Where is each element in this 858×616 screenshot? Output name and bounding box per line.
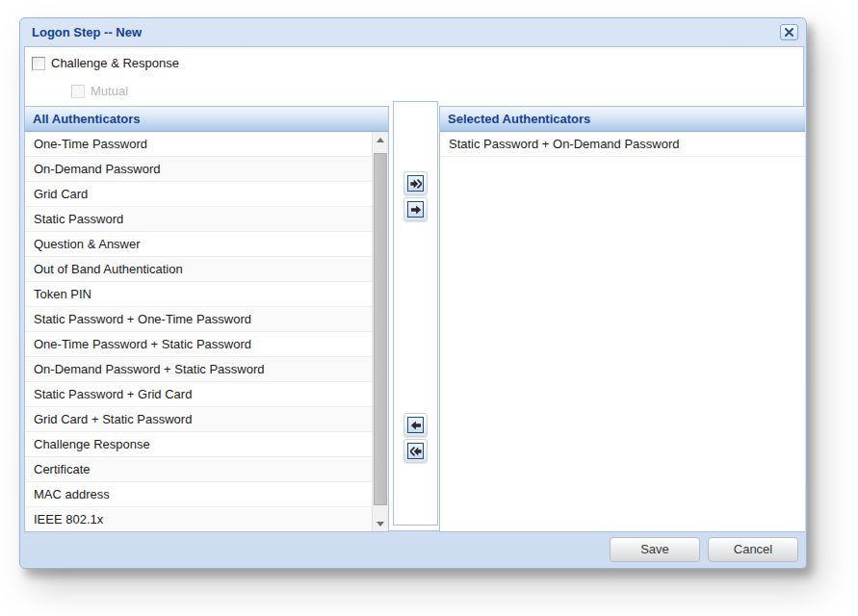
scroll-down-button[interactable] [373, 516, 388, 531]
list-item[interactable]: Challenge Response [25, 432, 372, 457]
all-authenticators-header: All Authenticators [25, 107, 388, 132]
move-all-right-button[interactable] [403, 171, 428, 195]
list-item[interactable]: Static Password [25, 207, 372, 232]
list-item[interactable]: One-Time Password + Static Password [25, 332, 372, 357]
mutual-row: Mutual [71, 84, 128, 98]
mutual-checkbox [71, 85, 85, 98]
list-item[interactable]: On-Demand Password [25, 157, 372, 182]
scroll-up-button[interactable] [373, 132, 388, 147]
all-authenticators-panel: All Authenticators One-Time PasswordOn-D… [24, 106, 389, 532]
list-item[interactable]: IEEE 802.1x [25, 507, 372, 531]
move-right-button[interactable] [403, 197, 428, 221]
list-item[interactable]: Static Password + Grid Card [25, 382, 372, 407]
triangle-up-icon [377, 138, 384, 142]
challenge-response-checkbox[interactable] [32, 57, 45, 70]
list-item[interactable]: Static Password + One-Time Password [25, 307, 372, 332]
double-arrow-right-icon [410, 178, 422, 190]
dialog-titlebar: Logon Step -- New [20, 18, 806, 46]
list-item[interactable]: Grid Card [25, 182, 372, 207]
scrollbar[interactable] [372, 132, 388, 531]
mutual-label: Mutual [91, 84, 128, 98]
challenge-response-row: Challenge & Response [32, 56, 179, 70]
list-item[interactable]: Certificate [25, 457, 372, 482]
logon-step-dialog: Logon Step -- New Challenge & Response M… [19, 17, 807, 569]
scrollbar-thumb[interactable] [374, 153, 387, 505]
list-item[interactable]: One-Time Password [25, 132, 372, 157]
save-button[interactable]: Save [610, 537, 700, 562]
all-authenticators-list: One-Time PasswordOn-Demand PasswordGrid … [25, 132, 372, 531]
selected-authenticators-header: Selected Authenticators [440, 107, 805, 132]
list-item[interactable]: Token PIN [25, 282, 372, 307]
triangle-down-icon [377, 522, 384, 526]
cancel-button[interactable]: Cancel [708, 537, 798, 562]
list-item[interactable]: Question & Answer [25, 232, 372, 257]
move-left-button[interactable] [403, 413, 428, 437]
dialog-title: Logon Step -- New [32, 25, 142, 39]
transfer-column [393, 101, 438, 526]
dialog-content: Challenge & Response Mutual All Authenti… [24, 46, 804, 531]
list-item[interactable]: MAC address [25, 482, 372, 507]
selected-authenticators-list: Static Password + On-Demand Password [440, 132, 805, 531]
challenge-response-label: Challenge & Response [51, 56, 179, 70]
list-item[interactable]: Static Password + On-Demand Password [440, 132, 805, 157]
x-icon [784, 27, 794, 38]
arrow-right-icon [410, 204, 422, 216]
move-all-left-button[interactable] [403, 439, 428, 463]
double-arrow-left-icon [410, 446, 422, 457]
selected-authenticators-panel: Selected Authenticators Static Password … [439, 106, 805, 532]
list-item[interactable]: Grid Card + Static Password [25, 407, 372, 432]
list-item[interactable]: On-Demand Password + Static Password [25, 357, 372, 382]
close-button[interactable] [780, 24, 798, 40]
list-item[interactable]: Out of Band Authentication [25, 257, 372, 282]
arrow-left-icon [410, 420, 422, 431]
